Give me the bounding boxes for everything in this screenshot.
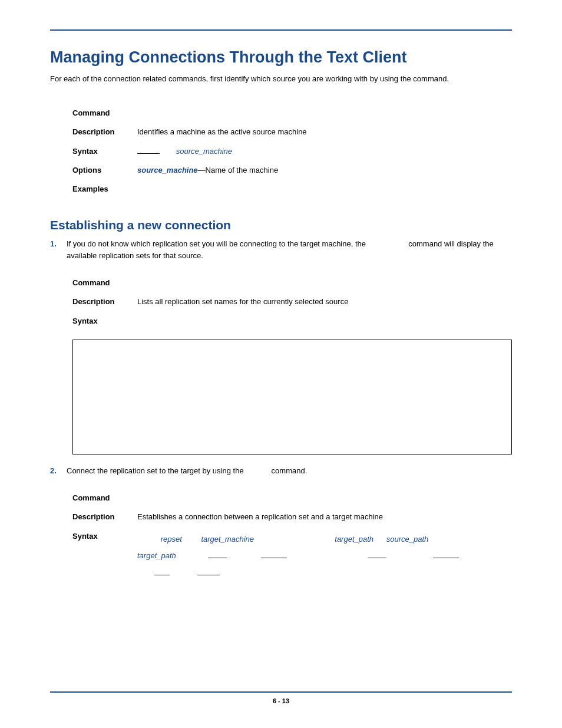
option-sep: — <box>198 166 206 174</box>
table-row: Command <box>72 108 512 118</box>
value-description: Lists all replication set names for the … <box>137 297 512 307</box>
table-row: Options source_machine—Name of the machi… <box>72 165 512 176</box>
step-text: If you do not know which replication set… <box>67 238 512 261</box>
syntax-param-target-path2: target_path <box>137 551 176 560</box>
page-footer: 6 - 13 <box>50 691 512 704</box>
label-options: Options <box>72 165 137 176</box>
syntax-param: source_machine <box>176 147 232 156</box>
syntax-param-repset: repset <box>161 535 182 543</box>
value-options: source_machine—Name of the machine <box>137 165 512 176</box>
label-syntax: Syntax <box>72 531 137 542</box>
table-row: Command <box>72 493 512 503</box>
step2-text-a: Connect the replication set to the targe… <box>67 466 246 475</box>
page-title: Managing Connections Through the Text Cl… <box>50 48 512 67</box>
value-description: Identifies a machine as the active sourc… <box>137 127 512 137</box>
table-row: Syntax <box>72 316 512 327</box>
note-box <box>72 340 512 454</box>
option-param: source_machine <box>137 166 198 174</box>
step-number: 2. <box>50 465 67 477</box>
syntax-param-target-machine: target_machine <box>201 535 254 543</box>
section-title: Establishing a new connection <box>50 218 512 232</box>
label-command: Command <box>72 108 137 118</box>
table-row: Description Lists all replication set na… <box>72 297 512 307</box>
step-1: 1. If you do not know which replication … <box>50 238 512 261</box>
label-examples: Examples <box>72 184 137 195</box>
intro-paragraph: For each of the connection related comma… <box>50 74 512 84</box>
command-table-1: Command Description Identifies a machine… <box>72 108 512 195</box>
value-description: Establishes a connection between a repli… <box>137 512 512 522</box>
syntax-param-target-path: target_path <box>335 535 373 543</box>
value-syntax: repset target_machine target_path source… <box>137 531 512 582</box>
table-row: Examples <box>72 184 512 195</box>
label-syntax: Syntax <box>72 316 137 327</box>
table-row: Description Establishes a connection bet… <box>72 512 512 522</box>
table-row: Syntax repset target_machine target_path… <box>72 531 512 582</box>
top-rule <box>50 29 512 31</box>
label-command: Command <box>72 278 137 288</box>
command-table-3: Command Description Establishes a connec… <box>72 493 512 581</box>
step-number: 1. <box>50 238 67 261</box>
step-2: 2. Connect the replication set to the ta… <box>50 465 512 477</box>
label-description: Description <box>72 127 137 137</box>
step2-text-b: command. <box>269 466 307 475</box>
document-page: Managing Connections Through the Text Cl… <box>0 0 562 728</box>
label-description: Description <box>72 297 137 307</box>
bottom-rule <box>50 691 512 693</box>
step-text: Connect the replication set to the targe… <box>67 465 512 477</box>
label-syntax: Syntax <box>72 146 137 157</box>
value-syntax: source_machine <box>137 146 512 157</box>
step1-text-a: If you do not know which replication set… <box>67 239 368 248</box>
page-number: 6 - 13 <box>50 697 512 704</box>
table-row: Command <box>72 278 512 288</box>
syntax-param-source-path: source_path <box>386 535 429 543</box>
table-row: Syntax source_machine <box>72 146 512 157</box>
label-description: Description <box>72 512 137 522</box>
command-table-2: Command Description Lists all replicatio… <box>72 278 512 327</box>
table-row: Description Identifies a machine as the … <box>72 127 512 137</box>
label-command: Command <box>72 493 137 503</box>
option-desc: Name of the machine <box>206 166 279 174</box>
